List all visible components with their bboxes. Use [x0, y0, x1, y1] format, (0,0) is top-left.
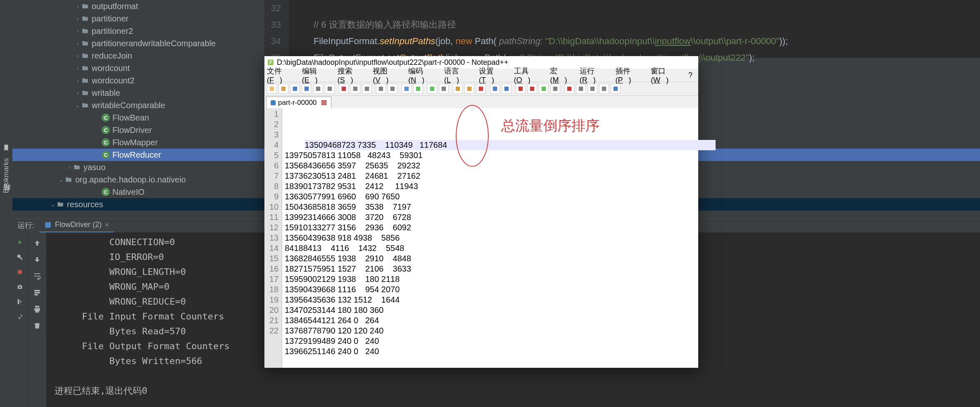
tool-icon	[441, 86, 447, 92]
soft-wrap-icon[interactable]	[31, 270, 43, 282]
tree-item-label: NativeIO	[112, 187, 145, 197]
notepad-window[interactable]: D:\bigData\hadoopInput\inputflow\output2…	[264, 56, 698, 368]
tool-icon	[415, 86, 421, 92]
tool-icon	[315, 86, 321, 92]
rerun-icon[interactable]	[15, 237, 25, 247]
tree-item-label: FlowReducer	[112, 150, 161, 160]
toolbar-button[interactable]	[611, 84, 621, 94]
menu-item[interactable]: 文件(F)	[267, 66, 296, 85]
toolbar-button[interactable]	[278, 84, 288, 94]
menu-item[interactable]: 插件(P)	[616, 66, 645, 85]
tree-item-label: wordcount2	[92, 76, 134, 85]
toolbar-button[interactable]	[550, 84, 560, 94]
menu-item[interactable]: 工具(O)	[514, 66, 545, 85]
text-line: 13768778790 120 120 240	[285, 326, 696, 336]
tool-icon	[504, 86, 509, 92]
text-content[interactable]: 总流量倒序排序 13509468723 7335 110349 11768413…	[282, 108, 698, 368]
file-tab-label: part-r-00000	[278, 99, 317, 107]
toolbar-button[interactable]	[490, 84, 500, 94]
toolbar-button[interactable]	[599, 84, 609, 94]
wrench-icon[interactable]	[15, 252, 25, 262]
down-icon[interactable]	[31, 254, 43, 265]
file-tab[interactable]: part-r-00000 ⊠	[266, 97, 331, 108]
stop-icon[interactable]	[15, 267, 25, 277]
svg-rect-27	[553, 87, 558, 91]
code-editor[interactable]: 32 33 // 6 设置数据的输入路径和输出路径 34 FileInputFo…	[264, 0, 980, 58]
camera-icon[interactable]	[15, 282, 25, 292]
run-tab[interactable]: FlowDriver (2) ×	[39, 218, 114, 233]
toolbar-button[interactable]	[402, 84, 412, 94]
toolbar-button[interactable]	[350, 84, 360, 94]
svg-rect-1	[18, 270, 21, 274]
tool-icon	[578, 86, 584, 92]
close-tab-icon[interactable]: ⊠	[321, 98, 327, 107]
exit-icon[interactable]	[15, 297, 25, 307]
text-line: 84188413 4116 1432 5548	[285, 243, 696, 253]
tree-item-label: FlowBean	[112, 113, 149, 123]
text-line: 13729199489 240 0 240	[285, 336, 696, 346]
text-line: 13956435636 132 1512 1644	[285, 295, 696, 305]
text-line: 13560439638 918 4938 5856	[285, 233, 696, 243]
svg-rect-22	[493, 87, 497, 91]
toolbar-button[interactable]	[539, 84, 549, 94]
menu-item[interactable]: 搜索(S)	[338, 66, 367, 85]
toolbar-button[interactable]	[476, 84, 486, 94]
file-tabs[interactable]: part-r-00000 ⊠	[264, 96, 698, 108]
toolbar-button[interactable]	[325, 84, 335, 94]
toolbar-button[interactable]	[502, 84, 511, 94]
tree-item-label: outputformat	[92, 2, 138, 11]
up-icon[interactable]	[31, 237, 43, 249]
menu-item[interactable]: ?	[688, 71, 692, 80]
menu-item[interactable]: 窗口(W)	[651, 66, 683, 85]
menu-item[interactable]: 语言(L)	[444, 66, 473, 85]
class-icon: C	[102, 126, 110, 134]
svg-rect-17	[430, 87, 435, 91]
tool-icon	[455, 86, 461, 92]
toolbar-button[interactable]	[388, 84, 397, 94]
toolbar-button[interactable]	[527, 84, 537, 94]
run-label: 运行:	[12, 220, 39, 230]
bookmarks-label[interactable]: Bookmarks	[2, 158, 10, 193]
tool-icon	[364, 86, 370, 92]
svg-rect-32	[614, 87, 618, 91]
toolbar-button[interactable]	[376, 84, 386, 94]
menu-bar[interactable]: 文件(F)编辑(E)搜索(S)视图(V)编码(N)语言(L)设置(T)工具(O)…	[264, 69, 698, 82]
menu-item[interactable]: 编辑(E)	[302, 66, 332, 85]
trash-icon[interactable]	[31, 320, 43, 331]
toolbar-button[interactable]	[464, 84, 474, 94]
toolbar-button[interactable]	[427, 84, 437, 94]
class-icon: C	[102, 138, 110, 147]
toolbar-button[interactable]	[313, 84, 323, 94]
text-editor[interactable]: 12345678910111213141516171819202122 总流量倒…	[264, 108, 698, 368]
close-icon[interactable]: ×	[105, 221, 109, 229]
bookmark-icon[interactable]	[2, 144, 10, 151]
toolbar-button[interactable]	[453, 84, 463, 94]
toolbar-button[interactable]	[439, 84, 449, 94]
toolbar-button[interactable]	[413, 84, 423, 94]
menu-item[interactable]: 设置(T)	[479, 66, 508, 85]
toolbar-button[interactable]	[576, 84, 586, 94]
pin-icon[interactable]	[15, 312, 25, 322]
scroll-end-icon[interactable]	[31, 287, 43, 298]
ide-left-gutter: Bookmarks 结构	[0, 0, 12, 407]
tool-icon	[518, 86, 523, 92]
svg-rect-29	[579, 87, 583, 91]
toolbar-button[interactable]	[290, 84, 300, 94]
menu-item[interactable]: 宏(M)	[550, 66, 573, 85]
tool-icon	[292, 86, 298, 92]
toolbar-button[interactable]	[267, 84, 277, 94]
menu-item[interactable]: 视图(V)	[373, 66, 402, 85]
svg-rect-19	[456, 87, 460, 91]
toolbar-button[interactable]	[362, 84, 372, 94]
tree-item-label: reduceJoin	[92, 51, 132, 61]
menu-item[interactable]: 运行(R)	[580, 66, 610, 85]
text-line: 13966251146 240 0 240	[285, 346, 696, 357]
toolbar-button[interactable]	[339, 84, 349, 94]
toolbar-button[interactable]	[588, 84, 597, 94]
menu-item[interactable]: 编码(N)	[408, 66, 438, 85]
print-icon[interactable]	[31, 303, 43, 315]
toolbar-button[interactable]	[564, 84, 574, 94]
toolbar-button[interactable]	[302, 84, 312, 94]
tool-icon	[327, 86, 333, 92]
toolbar-button[interactable]	[516, 84, 526, 94]
